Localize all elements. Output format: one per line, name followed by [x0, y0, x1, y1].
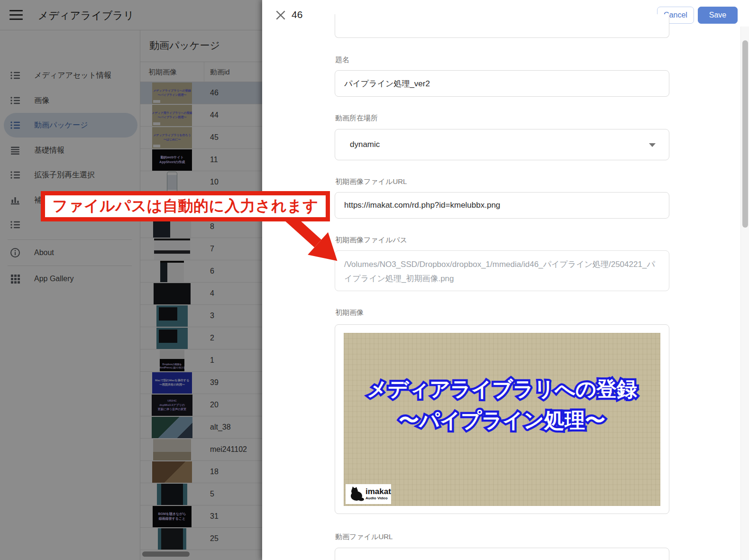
location-select[interactable]: dynamic	[335, 129, 669, 160]
image-url-field-label: 初期画像ファイルURL	[335, 177, 407, 186]
location-field-label: 動画所在場所	[335, 114, 378, 123]
initial-image-preview[interactable]: メディアライブラリへの登録 〜パイプライン処理〜 imakat Audio Vi…	[344, 333, 660, 506]
title-input[interactable]: パイプライン処理_ver2	[335, 70, 669, 97]
modal-dim-overlay	[0, 0, 262, 560]
image-url-input-value: https://imakat.com/rd.php?id=kmelubbx.pn…	[344, 201, 500, 210]
location-select-value: dynamic	[350, 140, 380, 149]
chevron-down-icon	[649, 143, 656, 147]
close-icon[interactable]	[274, 9, 287, 21]
image-path-field-label: 初期画像ファイルパス	[335, 236, 407, 245]
preview-title-text: メディアライブラリへの登録 〜パイプライン処理〜	[344, 333, 660, 506]
title-input-value: パイプライン処理_ver2	[344, 78, 430, 89]
image-url-input[interactable]: https://imakat.com/rd.php?id=kmelubbx.pn…	[335, 192, 669, 219]
svg-text:メディアライブラリへの登録: メディアライブラリへの登録	[367, 377, 637, 400]
initial-image-field-label: 初期画像	[335, 308, 364, 317]
image-path-input-value: /Volumes/NO3_SSD/Dropbox/dropbox_1/mmedi…	[344, 257, 660, 286]
video-url-field-label: 動画ファイルURL	[335, 532, 393, 542]
logo-name: imakat	[365, 487, 391, 496]
record-title: 46	[292, 9, 302, 20]
edit-record-panel: 46 Cancel Save 題名 パイプライン処理_ver2 動画所在場所 d…	[262, 0, 749, 560]
screen: メディアライブラリ メディアアセット情報画像動画パッケージ基礎情報拡張子別再生選…	[0, 0, 749, 560]
field-partial-top[interactable]	[335, 14, 669, 38]
vertical-scrollbar-track[interactable]	[740, 27, 749, 560]
initial-image-frame: メディアライブラリへの登録 〜パイプライン処理〜 imakat Audio Vi…	[335, 324, 669, 514]
save-button[interactable]: Save	[698, 7, 738, 24]
cat-logo-icon	[348, 487, 365, 502]
annotation-callout: ファイルパスは自動的に入力されます	[41, 191, 330, 221]
logo-subtitle: Audio Video	[365, 496, 391, 501]
image-path-input[interactable]: /Volumes/NO3_SSD/Dropbox/dropbox_1/mmedi…	[335, 250, 669, 291]
imakat-logo: imakat Audio Video	[346, 484, 391, 504]
title-field-label: 題名	[335, 55, 349, 64]
annotation-text: ファイルパスは自動的に入力されます	[52, 196, 319, 217]
video-url-input[interactable]	[335, 548, 669, 560]
vertical-scrollbar-thumb[interactable]	[742, 40, 748, 228]
svg-text:〜パイプライン処理〜: 〜パイプライン処理〜	[399, 409, 605, 431]
